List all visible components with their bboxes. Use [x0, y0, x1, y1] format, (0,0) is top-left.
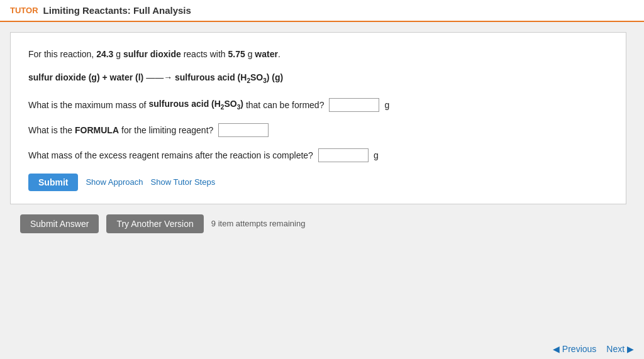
q1-unit: g — [384, 100, 389, 110]
question-2-row: What is the FORMULA for the limiting rea… — [28, 123, 608, 137]
q3-unit: g — [374, 150, 379, 160]
bottom-actions: Submit Answer Try Another Version 9 item… — [10, 214, 634, 233]
intro-text: For this reaction, 24.3 g sulfur dioxide… — [28, 48, 608, 61]
mass2: 5.75 — [228, 49, 245, 59]
eq-r2: water — [110, 72, 133, 82]
unit1: g — [116, 49, 121, 59]
tutor-label: TUTOR — [10, 6, 38, 15]
q3-input[interactable] — [318, 148, 369, 162]
question-3-row: What mass of the excess reagent remains … — [28, 148, 608, 162]
eq-r1: sulfur dioxide — [28, 72, 86, 82]
question-1-row: What is the maximum mass of sulfurous ac… — [28, 98, 608, 112]
show-tutor-steps-link[interactable]: Show Tutor Steps — [151, 177, 216, 187]
try-another-version-button[interactable]: Try Another Version — [106, 214, 203, 233]
intro-prefix: For this reaction, — [28, 49, 94, 59]
eq-r1-state: (g) — [89, 72, 100, 82]
eq-arrow: ——→ — [146, 72, 175, 82]
eq-plus: + — [102, 72, 109, 82]
attempts-remaining: 9 item attempts remaining — [211, 219, 306, 228]
show-approach-link[interactable]: Show Approach — [86, 177, 143, 187]
reaction-equation: sulfur dioxide (g) + water (l) ——→ sulfu… — [28, 72, 608, 84]
main-content: For this reaction, 24.3 g sulfur dioxide… — [0, 22, 644, 243]
submit-answer-button[interactable]: Submit Answer — [20, 214, 99, 233]
problem-box: For this reaction, 24.3 g sulfur dioxide… — [10, 32, 626, 204]
eq-r2-state: (l) — [135, 72, 143, 82]
verb: reacts with — [184, 49, 226, 59]
intro-suffix: . — [278, 49, 280, 59]
unit2: g — [248, 49, 253, 59]
q1-text-before: What is the maximum mass of — [28, 100, 147, 110]
page-title: Limiting Reactants: Full Analysis — [43, 5, 191, 16]
mass1: 24.3 — [96, 49, 113, 59]
q1-input[interactable] — [329, 98, 379, 112]
q1-text-after: that can be formed? — [246, 100, 325, 110]
reactant1: sulfur dioxide — [123, 49, 181, 59]
q1-substance: sulfurous acid (H2SO3) — [149, 99, 243, 111]
reactant2: water — [255, 49, 278, 59]
q2-text-after: for the limiting reagent? — [121, 125, 213, 135]
eq-product: sulfurous acid (H2SO3) (g) — [175, 72, 283, 82]
top-bar: TUTOR Limiting Reactants: Full Analysis — [0, 0, 644, 22]
q2-text-before: What is the — [28, 125, 72, 135]
q3-text: What mass of the excess reagent remains … — [28, 150, 313, 160]
q2-formula-input[interactable] — [218, 123, 269, 137]
actions-row: Submit Show Approach Show Tutor Steps — [28, 174, 608, 191]
q2-bold-word: FORMULA — [75, 125, 119, 135]
submit-button[interactable]: Submit — [28, 174, 78, 191]
